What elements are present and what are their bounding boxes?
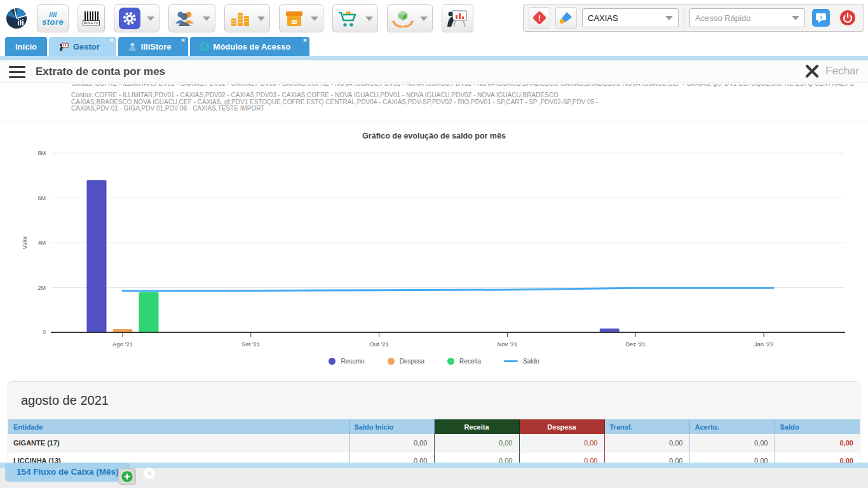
chevron-down-icon (203, 17, 210, 21)
quick-access-placeholder: Acesso Rápido (695, 13, 750, 23)
svg-text:!: ! (538, 14, 541, 23)
illistore-tab-icon (128, 43, 137, 51)
chart-title: Gráfico de evolução de saldo por mês (0, 132, 868, 140)
svg-text:Set '21: Set '21 (241, 341, 260, 348)
logout-button[interactable] (837, 7, 858, 29)
close-icon[interactable]: × (109, 37, 113, 44)
settings-menu-button[interactable] (114, 4, 159, 32)
add-report-button[interactable] (118, 468, 136, 485)
svg-text:2M: 2M (37, 285, 46, 291)
accounts-filter-text: Contas: COFRE - ILLIMITAR,PDV01 - CAXIAS… (71, 92, 608, 112)
company-select-value: CAXIAS (588, 13, 618, 23)
close-icon[interactable]: × (181, 37, 185, 44)
svg-text:Ago '21: Ago '21 (112, 341, 133, 348)
finance-menu-button[interactable] (224, 4, 270, 32)
saldo-cell: 0,00 (775, 434, 860, 452)
close-icon[interactable]: × (303, 37, 307, 44)
svg-text:Jan '22: Jan '22 (754, 341, 773, 348)
chevron-down-icon (311, 17, 318, 21)
gestor-tab-icon (59, 43, 69, 51)
bottom-taskbar: 154 Fluxo de Caixa (Mês) × (0, 463, 868, 488)
legend-item[interactable]: Saldo (504, 358, 539, 365)
close-report-label: Fechar (825, 65, 859, 78)
paintbrush-icon (559, 11, 573, 25)
column-header-saldo[interactable]: Saldo (775, 419, 860, 434)
page-title: Extrato de conta por mes (36, 60, 165, 83)
legend-label: Despesa (400, 358, 424, 365)
tab-label: IlliStore (141, 42, 172, 51)
taskbar-tab-fluxo-de-caixa[interactable]: 154 Fluxo de Caixa (Mês) (5, 463, 130, 482)
toolbar-right-panel: ! CAXIAS Acesso Rápido i (523, 4, 864, 32)
logistics-menu-button[interactable] (387, 4, 433, 32)
tab-label: Módulos de Acesso (214, 42, 291, 51)
chevron-down-icon (792, 16, 799, 20)
users-menu-button[interactable] (168, 4, 215, 32)
legend-item[interactable]: Despesa (388, 358, 424, 365)
svg-text:Dez '21: Dez '21 (625, 341, 646, 348)
company-select[interactable]: CAXIAS (582, 8, 679, 27)
legend-line-swatch (504, 360, 518, 362)
sales-menu-button[interactable] (332, 4, 378, 32)
close-x-icon (804, 63, 820, 79)
boleto-button[interactable]: BOLETO (78, 4, 105, 32)
close-report-button[interactable]: Fechar (804, 63, 859, 79)
table-header-row: EntidadeSaldo InícioReceitaDespesaTransf… (8, 419, 860, 434)
legend-label: Receita (459, 358, 481, 365)
legend-dot-swatch (447, 358, 454, 365)
menu-icon[interactable] (9, 66, 25, 78)
table-row[interactable]: GIGANTE (17)0,000,000,000,000,000,00 (8, 434, 860, 452)
boleto-label: BOLETO (83, 20, 100, 25)
chevron-down-icon (665, 16, 673, 20)
column-header-acerto[interactable]: Acerto. (689, 419, 775, 434)
clear-cache-button[interactable] (555, 7, 577, 29)
legend-label: Resumo (341, 358, 364, 365)
column-header-despesa[interactable]: Despesa (519, 419, 604, 434)
presentation-board-icon (447, 9, 468, 28)
tab-inicio[interactable]: Início (5, 37, 47, 56)
column-header-transf[interactable]: Transf. (604, 419, 689, 434)
app-window: illi store BOLETO (0, 0, 868, 488)
messages-button[interactable]: i (810, 7, 832, 29)
app-logo-icon (5, 6, 28, 30)
acerto-cell: 0,00 (689, 434, 775, 452)
illistore-launcher-button[interactable]: illi store (37, 4, 69, 32)
chart-legend: ResumoDespesaReceitaSaldo (0, 358, 868, 365)
stock-menu-button[interactable] (279, 4, 323, 32)
chevron-down-icon (147, 17, 154, 21)
report-header: Extrato de conta por mes Fechar (0, 60, 868, 83)
legend-item[interactable]: Receita (447, 358, 481, 365)
divider (0, 121, 868, 121)
column-header-receita[interactable]: Receita (434, 419, 519, 434)
month-title: agosto de 2021 (8, 382, 860, 419)
alerts-button[interactable]: ! (529, 7, 550, 29)
taskbar-strip (0, 463, 868, 468)
people-icon (173, 10, 196, 27)
coins-icon (229, 10, 251, 27)
tab-label: Gestor (73, 42, 100, 51)
column-header-saldo-in-cio[interactable]: Saldo Início (349, 419, 434, 434)
tab-strip (0, 56, 868, 60)
legend-dot-swatch (329, 358, 336, 365)
plus-icon (121, 470, 133, 483)
hands-holding-cube-icon (392, 9, 414, 28)
app-logo[interactable] (5, 4, 28, 32)
svg-text:Valor: Valor (22, 236, 28, 249)
alert-icon: ! (532, 10, 547, 25)
chat-icon: i (812, 9, 830, 27)
tab-gestor[interactable]: Gestor × (49, 37, 116, 56)
svg-text:4M: 4M (37, 240, 46, 246)
close-circle-icon[interactable]: × (144, 468, 155, 479)
entity-cell: GIGANTE (17) (8, 434, 349, 452)
power-icon (839, 10, 856, 26)
tab-illistore[interactable]: IlliStore × (118, 37, 188, 56)
illistore-logo: illi store (42, 11, 64, 25)
legend-item[interactable]: Resumo (329, 358, 364, 365)
legend-label: Saldo (523, 358, 539, 365)
legend-dot-swatch (388, 358, 395, 365)
tab-modulos-de-acesso[interactable]: Módulos de Acesso × (190, 37, 310, 56)
column-header-entidade[interactable]: Entidade (8, 419, 349, 434)
quick-access-select[interactable]: Acesso Rápido (689, 8, 805, 27)
chevron-down-icon (420, 17, 428, 21)
reports-button[interactable] (442, 4, 473, 32)
svg-text:i: i (820, 14, 822, 20)
